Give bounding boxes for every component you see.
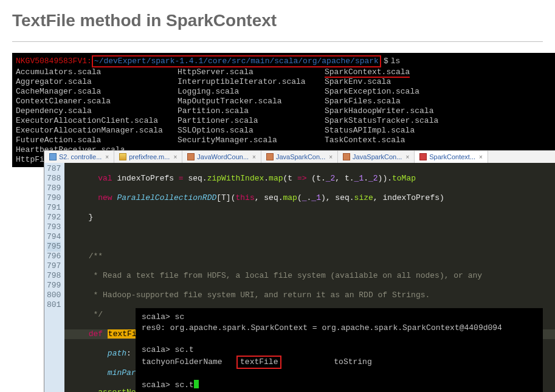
term-cmd: ls (391, 57, 401, 66)
tab-label: S2. controlle... (59, 153, 102, 160)
scala-repl[interactable]: scala> sc res0: org.apache.spark.SparkCo… (136, 308, 543, 392)
tab-label: prefixfree.m... (129, 153, 170, 160)
page-title: TextFile method in SparkContext (12, 11, 543, 30)
close-icon[interactable]: × (252, 154, 256, 160)
close-icon[interactable]: × (329, 154, 333, 160)
textfile-box: textFile (236, 356, 281, 369)
close-icon[interactable]: × (105, 154, 109, 160)
repl-completions: tachyonFolderName textFile toString (142, 356, 537, 369)
tab-sparkcontext[interactable]: SparkContext...× (415, 151, 488, 163)
close-icon[interactable]: × (405, 154, 409, 160)
tab-label: JavaSparkCon... (276, 153, 325, 160)
repl-line: scala> sc (142, 312, 537, 323)
tab-prefixfree[interactable]: prefixfree.m...× (114, 151, 182, 163)
java-icon (343, 153, 350, 160)
tab-javasparkcon2[interactable]: JavaSparkCon...× (338, 151, 415, 163)
close-icon[interactable]: × (173, 154, 177, 160)
java-icon (266, 153, 274, 160)
java-icon (187, 153, 195, 160)
sparkcontext-underline: SparkContext.scala (325, 67, 410, 78)
tab-javasparkcon1[interactable]: JavaSparkCon...× (261, 151, 338, 163)
tab-controller[interactable]: S2. controlle...× (44, 151, 114, 163)
divider (12, 41, 543, 42)
js-icon (119, 153, 126, 160)
editor-tabbar: S2. controlle...× prefixfree.m...× JavaW… (44, 151, 555, 163)
tab-label: JavaSparkCon... (353, 153, 402, 160)
tab-javawordcount[interactable]: JavaWordCoun...× (182, 151, 261, 163)
close-icon[interactable]: × (479, 154, 483, 160)
term-dollar: $ (384, 57, 388, 66)
repl-prompt[interactable]: scala> sc.t (142, 380, 537, 391)
repl-blank (142, 369, 537, 380)
term-host: NKGV50849583FV1: (16, 57, 92, 66)
tab-label: JavaWordCoun... (197, 153, 249, 160)
line-gutter: 7877887897907917927937947957967977987998… (44, 163, 64, 392)
tab-label: SparkContext... (429, 153, 475, 160)
term-path: ~/devExpert/spark-1.4.1/core/src/main/sc… (94, 57, 379, 66)
scala-icon (419, 153, 427, 160)
term-path-highlight: ~/devExpert/spark-1.4.1/core/src/main/sc… (92, 55, 381, 67)
html-icon (49, 153, 57, 160)
repl-blank (142, 334, 537, 345)
cursor-icon (194, 380, 199, 388)
repl-line: scala> sc.t (142, 345, 537, 356)
repl-line: res0: org.apache.spark.SparkContext = or… (142, 323, 537, 334)
